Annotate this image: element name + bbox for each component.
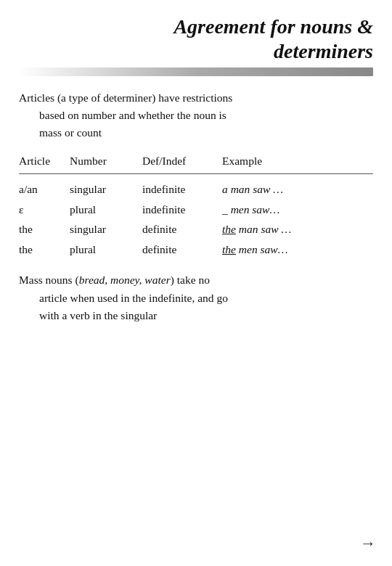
cell-article-4: the [19, 240, 70, 259]
mass-noun-paragraph: Mass nouns (bread, money, water) take no… [19, 271, 373, 324]
cell-number-1: singular [70, 180, 142, 199]
col-header-number: Number [70, 155, 142, 168]
mass-noun-line3: with a verb in the singular [19, 307, 373, 324]
intro-line3: mass or count [19, 124, 373, 142]
col-header-definiteness: Def/Indef [142, 155, 222, 168]
title-line1: Agreement for nouns & [173, 15, 373, 38]
mass-noun-line2: article when used in the indefinite, and… [19, 290, 373, 307]
cell-example-4: the men saw… [222, 240, 373, 259]
intro-line1: Articles (a type of determiner) have res… [19, 91, 232, 104]
cell-def-3: definite [142, 220, 222, 239]
table-row: the plural definite the men saw… [19, 240, 373, 259]
table-row: a/an singular indefinite a man saw … [19, 180, 373, 199]
intro-paragraph: Articles (a type of determiner) have res… [19, 89, 373, 142]
table-divider [19, 173, 373, 174]
cell-def-1: indefinite [142, 180, 222, 199]
cell-number-2: plural [70, 200, 142, 219]
title-gradient-bar [19, 67, 373, 76]
table-body: a/an singular indefinite a man saw … ε p… [19, 180, 373, 258]
col-header-article: Article [19, 155, 70, 168]
cell-article-3: the [19, 220, 70, 239]
title-block: Agreement for nouns & determiners [19, 15, 373, 63]
cell-example-3: the man saw … [222, 220, 373, 239]
table-row: the singular definite the man saw … [19, 220, 373, 239]
cell-example-2: _ men saw… [222, 200, 373, 219]
col-header-example: Example [222, 155, 373, 168]
cell-example-1: a man saw … [222, 180, 373, 199]
cell-number-4: plural [70, 240, 142, 259]
cell-article-1: a/an [19, 180, 70, 199]
next-arrow[interactable]: → [360, 534, 376, 553]
page-container: Agreement for nouns & determiners Articl… [0, 0, 392, 566]
cell-number-3: singular [70, 220, 142, 239]
cell-def-2: indefinite [142, 200, 222, 219]
intro-line2: based on number and whether the noun is [19, 107, 373, 124]
title-text: Agreement for nouns & determiners [19, 15, 373, 63]
table-row: ε plural indefinite _ men saw… [19, 200, 373, 219]
table-header-row: Article Number Def/Indef Example [19, 155, 373, 171]
cell-article-2: ε [19, 200, 70, 219]
mass-noun-line1: Mass nouns (bread, money, water) take no [19, 274, 210, 286]
cell-def-4: definite [142, 240, 222, 259]
title-line2: determiners [274, 40, 373, 62]
